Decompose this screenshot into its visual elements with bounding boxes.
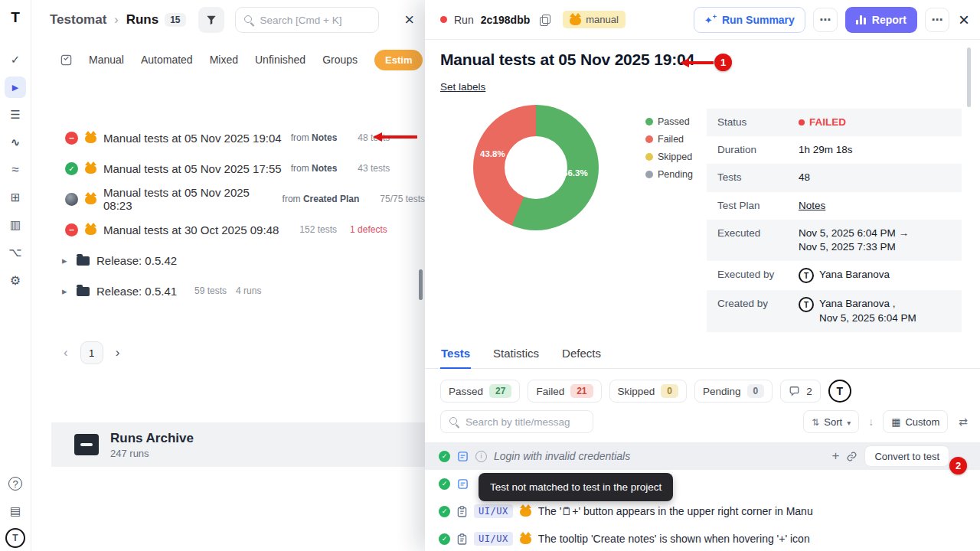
search-icon	[449, 417, 457, 425]
results-icon[interactable]	[5, 49, 26, 70]
run-detail-title: Manual tests at 05 Nov 2025 19:04	[440, 51, 694, 69]
import-icon[interactable]	[5, 187, 26, 208]
convert-to-test-button[interactable]: Convert to test	[864, 445, 949, 467]
tab-unfinished[interactable]: Unfinished	[255, 54, 305, 66]
run-row[interactable]: Manual tests at 30 Oct 2025 09:48 152 te…	[31, 214, 425, 245]
failed-count-badge: 21	[570, 384, 593, 398]
run-title: Manual tests at 05 Nov 2025 08:23	[103, 186, 273, 212]
note-icon	[457, 478, 469, 490]
passed-slice-label: 56.3%	[563, 168, 588, 178]
run-source: from Created Plan	[283, 194, 360, 204]
run-defects-count[interactable]: 1 defects	[350, 224, 387, 235]
tab-manual[interactable]: Manual	[89, 54, 124, 66]
failed-status-icon	[65, 223, 78, 236]
test-plans-icon[interactable]	[5, 104, 26, 126]
fox-emoji	[85, 226, 96, 235]
tab-estimate[interactable]: Estim	[374, 50, 423, 70]
run-tests-count: 43 tests	[358, 163, 390, 174]
analytics-icon[interactable]	[5, 159, 26, 181]
activity-icon[interactable]	[5, 132, 26, 153]
copy-icon[interactable]	[540, 15, 550, 24]
runs-archive[interactable]: Runs Archive 247 runs	[51, 422, 425, 467]
group-meta: 59 tests4 runs	[194, 285, 261, 296]
test-row[interactable]: Login with invalid credentials Convert t…	[425, 442, 980, 470]
tests-search-input[interactable]	[441, 411, 593, 432]
bar-chart-icon	[856, 15, 866, 24]
docs-icon[interactable]	[5, 500, 26, 522]
avatar: T	[799, 268, 814, 283]
settings-icon[interactable]	[5, 269, 26, 291]
run-row[interactable]: Manual tests at 05 Nov 2025 08:23 from C…	[31, 184, 425, 214]
info-row-tests: Tests 48	[707, 164, 962, 191]
columns-swap-icon[interactable]	[959, 416, 968, 428]
branches-icon[interactable]	[5, 242, 26, 263]
filter-button[interactable]	[198, 7, 224, 33]
test-row[interactable]: UI/UX The '🗒+' button appears in the upp…	[425, 497, 980, 525]
group-title: Release: 0.5.42	[96, 254, 177, 267]
run-summary-button[interactable]: Run Summary	[694, 7, 805, 33]
chevron-right-icon[interactable]	[62, 285, 70, 297]
board-icon[interactable]	[60, 54, 72, 66]
skipped-dot-icon	[645, 153, 653, 161]
pagination: 1	[31, 341, 425, 364]
scrollbar-thumb[interactable]	[419, 269, 423, 300]
run-row[interactable]: Manual tests at 05 Nov 2025 17:55 from N…	[31, 153, 425, 184]
next-page-icon[interactable]	[116, 345, 120, 360]
run-info-table: Status FAILED Duration 1h 29m 18s Tests …	[707, 109, 962, 332]
failed-status-icon	[65, 132, 78, 145]
info-row-duration: Duration 1h 29m 18s	[707, 136, 962, 164]
test-row[interactable]: UI/UX The tooltip 'Create notes' is show…	[425, 525, 980, 551]
info-icon[interactable]	[475, 451, 487, 462]
status-badge: FAILED	[799, 116, 846, 129]
run-row[interactable]: Manual tests at 05 Nov 2025 19:04 from N…	[31, 122, 425, 153]
run-title: Manual tests at 30 Oct 2025 09:48	[103, 223, 279, 236]
user-avatar[interactable]: T	[5, 528, 25, 548]
annotation-step-2: 2	[949, 457, 967, 474]
filter-pending-chip[interactable]: Pending0	[694, 380, 773, 403]
tab-mixed[interactable]: Mixed	[210, 54, 238, 66]
more-actions-button[interactable]	[925, 8, 949, 32]
runs-header: Testomat › Runs 15	[31, 0, 425, 40]
breadcrumb-app[interactable]: Testomat	[50, 12, 106, 28]
pending-count-badge: 0	[747, 384, 765, 398]
breadcrumb-separator: ›	[113, 13, 119, 27]
testomat-ai-chip[interactable]: T	[828, 380, 851, 403]
tab-groups[interactable]: Groups	[322, 54, 358, 66]
prev-page-icon[interactable]	[64, 345, 68, 360]
add-icon[interactable]	[832, 448, 840, 464]
sort-button[interactable]: Sort	[803, 410, 859, 433]
report-button[interactable]: Report	[845, 7, 917, 33]
close-panel-icon[interactable]	[959, 11, 969, 29]
set-labels-link[interactable]: Set labels	[440, 81, 485, 93]
filter-failed-chip[interactable]: Failed21	[528, 380, 601, 403]
tab-defects[interactable]: Defects	[561, 344, 602, 368]
run-group-row[interactable]: Release: 0.5.41 59 tests4 runs	[31, 276, 425, 306]
tab-tests[interactable]: Tests	[440, 344, 471, 369]
filter-passed-chip[interactable]: Passed27	[440, 380, 520, 403]
reports-icon[interactable]	[5, 214, 26, 236]
close-icon[interactable]	[404, 11, 414, 29]
run-group-row[interactable]: Release: 0.5.42	[31, 245, 425, 276]
custom-view-button[interactable]: Custom	[883, 410, 948, 433]
test-plan-link[interactable]: Notes	[799, 199, 825, 213]
results-chart: 43.8% 56.3%	[473, 105, 599, 230]
summary-more-button[interactable]	[813, 8, 838, 32]
help-icon[interactable]	[5, 473, 26, 494]
filter-skipped-chip[interactable]: Skipped0	[609, 380, 687, 403]
link-icon[interactable]	[846, 451, 858, 462]
runs-search-input[interactable]	[236, 8, 378, 32]
runs-icon[interactable]	[5, 77, 26, 98]
tests-search[interactable]	[440, 410, 593, 433]
page-number-button[interactable]: 1	[80, 341, 103, 364]
scrollbar-thumb[interactable]	[967, 47, 971, 107]
tab-automated[interactable]: Automated	[141, 54, 193, 66]
testomat-logo[interactable]: T	[5, 8, 25, 28]
filter-comments-chip[interactable]: 2	[780, 380, 821, 403]
tab-statistics[interactable]: Statistics	[492, 344, 540, 368]
chevron-right-icon[interactable]	[62, 255, 70, 266]
test-tag[interactable]: UI/UX	[474, 504, 513, 518]
test-tag[interactable]: UI/UX	[474, 532, 513, 546]
legend-item-passed: Passed	[645, 116, 693, 127]
runs-search[interactable]	[235, 7, 379, 33]
download-icon[interactable]	[868, 416, 874, 428]
